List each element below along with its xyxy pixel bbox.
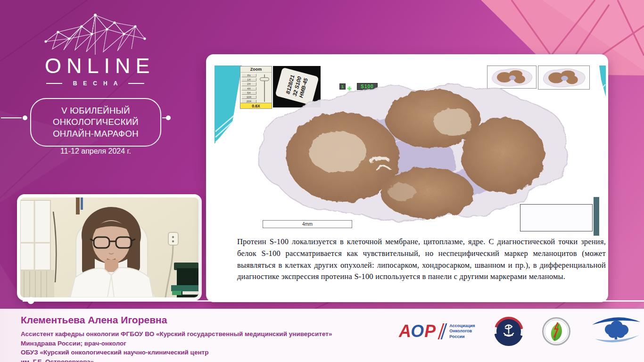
logo-title: ONLINE xyxy=(40,54,151,78)
presentation-slide: Zoom Fit 1X 2X 4X 5X 10X 20X 0.6X xyxy=(206,54,608,302)
presenter-name: Клементьева Алена Игоревна xyxy=(21,314,167,326)
decor-line-left xyxy=(1,117,22,118)
constellation-graphic-icon xyxy=(43,12,148,56)
zoom-panel-title: Zoom xyxy=(240,66,272,73)
webcam-scene xyxy=(20,197,198,297)
window-frame-strip xyxy=(76,197,80,214)
scale-bar: 4mm xyxy=(263,220,352,228)
presenter-webcam-video xyxy=(17,194,202,301)
tree-emblem-icon xyxy=(589,315,642,347)
event-date: 11-12 апреля 2024 г. xyxy=(30,147,161,156)
stream-progress-dot xyxy=(27,297,34,304)
credential-line-2: Минздрава России; врач-онколог xyxy=(21,339,332,348)
event-logo: ONLINE ВЕСНА xyxy=(40,12,151,87)
leaf-emblem-icon xyxy=(542,317,570,346)
viewer-scrollbar[interactable] xyxy=(594,197,599,236)
credential-line-4: им. Г.Е. Островерхова» xyxy=(21,357,332,362)
decor-dot-left xyxy=(23,115,27,120)
aor-text: Ассоциация Онкологов России xyxy=(449,323,475,339)
aor-slashes-icon xyxy=(439,323,446,339)
decor-line-right xyxy=(162,117,166,118)
medical-center-emblem-icon xyxy=(494,317,523,346)
event-title-box: V ЮБИЛЕЙНЫЙ ОНКОЛОГИЧЕСКИЙ ОНЛАЙН-МАРАФО… xyxy=(30,98,161,147)
credential-line-1: Ассистент кафедры онкологии ФГБОУ ВО «Ку… xyxy=(21,329,332,339)
aor-acronym: АОР xyxy=(399,321,436,341)
event-title-line3: ОНЛАЙН-МАРАФОН xyxy=(34,128,157,140)
event-title-line1: V ЮБИЛЕЙНЫЙ xyxy=(34,105,157,116)
partner-logos: АОР Ассоциация Онкологов России xyxy=(399,315,642,347)
window xyxy=(20,200,50,270)
decor-dot-right xyxy=(166,115,171,120)
event-title-line2: ОНКОЛОГИЧЕСКИЙ xyxy=(34,116,157,128)
slide-caption-text: Протеин S-100 локализуется в клеточной м… xyxy=(237,236,606,283)
stream-progress-line xyxy=(23,300,644,302)
logo-subtitle: ВЕСНА xyxy=(40,80,151,87)
aor-logo: АОР Ассоциация Онкологов России xyxy=(399,321,475,341)
webinar-screen: ONLINE ВЕСНА V ЮБИЛЕЙНЫЙ ОНКОЛОГИЧЕСКИЙ … xyxy=(0,0,644,362)
radiator xyxy=(20,270,54,297)
viewer-info-box xyxy=(520,204,593,231)
footer-bar: Клементьева Алена Игоревна Ассистент каф… xyxy=(0,309,644,362)
presenter-credentials: Ассистент кафедры онкологии ФГБОУ ВО «Ку… xyxy=(21,329,332,362)
credential-line-3: ОБУЗ «Курский онкологический научно-клин… xyxy=(21,348,332,357)
